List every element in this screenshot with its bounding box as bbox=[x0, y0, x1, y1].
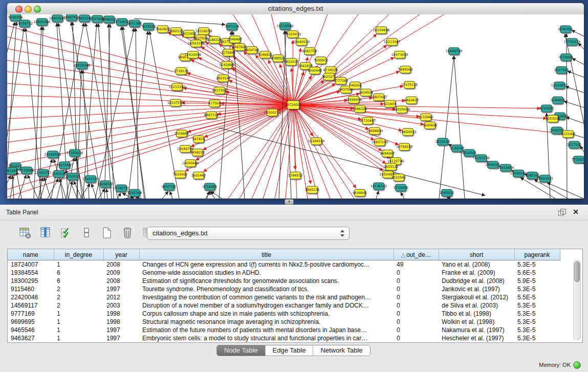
cell-short[interactable]: Jankovic et al. (1997) bbox=[439, 285, 514, 293]
graph-node[interactable]: 9024501 bbox=[462, 149, 476, 157]
graph-node[interactable]: 746266 bbox=[349, 82, 361, 89]
table-row[interactable]: 1872400712008Changes of HCN gene express… bbox=[8, 260, 560, 269]
graph-edge[interactable] bbox=[106, 189, 107, 199]
graph-edge[interactable] bbox=[48, 179, 58, 199]
cell-in_degree[interactable]: 1 bbox=[54, 318, 103, 326]
graph-node[interactable]: 1284512 bbox=[288, 172, 302, 179]
graph-node[interactable]: 7865135 bbox=[305, 186, 319, 193]
graph-node[interactable]: 9777169 bbox=[334, 77, 348, 84]
cell-in_degree[interactable]: 1 bbox=[54, 334, 103, 342]
graph-edge[interactable] bbox=[92, 184, 96, 199]
cell-in_degree[interactable]: 6 bbox=[54, 269, 103, 277]
cell-pagerank[interactable]: 5.3E-5 bbox=[514, 260, 560, 269]
cell-in_degree[interactable]: 1 bbox=[54, 326, 103, 334]
graph-edge[interactable] bbox=[293, 105, 313, 136]
cell-out_degree[interactable]: 0 bbox=[394, 285, 439, 293]
graph-edge[interactable] bbox=[7, 26, 293, 105]
graph-node[interactable]: 15720407 bbox=[359, 117, 376, 124]
graph-node[interactable]: 18107554 bbox=[167, 99, 184, 106]
graph-edge[interactable] bbox=[572, 30, 584, 36]
graph-edge[interactable] bbox=[124, 198, 134, 199]
graph-node[interactable]: 7957224 bbox=[225, 23, 239, 30]
table-settings-icon[interactable] bbox=[18, 226, 32, 239]
column-header-pagerank[interactable]: pagerank bbox=[514, 249, 560, 260]
graph-node[interactable]: 417004 bbox=[208, 100, 221, 107]
graph-node[interactable]: 391998 bbox=[7, 167, 17, 174]
graph-node[interactable]: 19218586 bbox=[277, 23, 294, 30]
cell-pagerank[interactable]: 5.3E-5 bbox=[514, 285, 560, 293]
cell-title[interactable]: Investigating the contribution of common… bbox=[139, 293, 394, 301]
cell-name[interactable]: 9465546 bbox=[8, 326, 54, 334]
cell-year[interactable]: 1998 bbox=[103, 310, 139, 318]
graph-node[interactable]: 7485063 bbox=[398, 66, 412, 73]
cell-out_degree[interactable]: 0 bbox=[394, 293, 439, 301]
graph-node[interactable]: 14136141 bbox=[371, 183, 387, 190]
cell-short[interactable]: Tibbo et al. (1998) bbox=[439, 310, 514, 318]
cell-in_degree[interactable]: 1 bbox=[54, 310, 103, 318]
cell-in_degree[interactable]: 6 bbox=[54, 277, 103, 285]
cell-title[interactable]: Estimation of the future numbers of pati… bbox=[139, 326, 394, 334]
graph-edge[interactable] bbox=[252, 105, 293, 199]
graph-edge[interactable] bbox=[123, 27, 144, 199]
cell-name[interactable]: 9115460 bbox=[8, 285, 54, 293]
graph-edge[interactable] bbox=[7, 83, 293, 105]
graph-node[interactable]: 9457791 bbox=[162, 183, 176, 190]
scrollbar-thumb[interactable] bbox=[574, 261, 580, 282]
cell-out_degree[interactable]: 0 bbox=[394, 269, 439, 277]
graph-node[interactable]: 19384554 bbox=[308, 138, 325, 145]
cell-name[interactable]: 9463627 bbox=[8, 334, 54, 342]
graph-node[interactable]: 1221063 bbox=[561, 130, 575, 138]
cell-title[interactable]: Tourette syndrome. Phenomenology and cla… bbox=[139, 285, 394, 293]
graph-node[interactable]: 1615132 bbox=[384, 163, 398, 170]
graph-node[interactable]: 9699695 bbox=[423, 122, 437, 129]
graph-node[interactable]: 7955812 bbox=[314, 57, 328, 64]
cell-title[interactable]: Estimation of significance thresholds fo… bbox=[139, 277, 394, 285]
table-row[interactable]: 969969511998Structural magnetic resonanc… bbox=[8, 318, 560, 326]
graph-edge[interactable] bbox=[566, 117, 584, 123]
graph-edge[interactable] bbox=[293, 105, 330, 199]
graph-edge[interactable] bbox=[572, 58, 584, 64]
graph-node[interactable]: 1832103 bbox=[435, 138, 450, 145]
cell-pagerank[interactable]: 5.3E-5 bbox=[514, 301, 560, 310]
cell-pagerank[interactable]: 5.3E-5 bbox=[514, 310, 560, 318]
graph-node[interactable]: 19958107 bbox=[97, 181, 114, 188]
cell-title[interactable]: Corpus callosum shape and size in male p… bbox=[139, 310, 394, 318]
graph-node[interactable]: 7663822 bbox=[156, 26, 170, 33]
close-panel-icon[interactable]: ✕ bbox=[573, 208, 579, 216]
cell-title[interactable]: Embryonic stem cells: a model to study s… bbox=[139, 334, 394, 342]
graph-node[interactable]: 3175685 bbox=[221, 49, 235, 56]
graph-node[interactable]: 17975125 bbox=[401, 81, 418, 89]
memory-status-icon[interactable] bbox=[573, 361, 581, 369]
graph-node[interactable]: 1053035 bbox=[546, 115, 560, 122]
graph-node[interactable]: 2718120 bbox=[174, 68, 188, 75]
graph-node[interactable]: 1546487 bbox=[228, 36, 242, 43]
graph-node[interactable]: 1017102 bbox=[567, 141, 581, 148]
graph-edge[interactable] bbox=[28, 175, 38, 199]
column-header-short[interactable]: short bbox=[439, 249, 514, 260]
table-row[interactable]: 1456911722003Disruption of a novel membe… bbox=[8, 301, 560, 310]
graph-node[interactable]: 1250513 bbox=[66, 173, 80, 180]
graph-edge[interactable] bbox=[44, 178, 51, 199]
graph-edge[interactable] bbox=[18, 175, 26, 199]
table-scrollbar[interactable] bbox=[573, 260, 581, 340]
table-row[interactable]: 911546021997Tourette syndrome. Phenomeno… bbox=[8, 285, 560, 293]
graph-node[interactable]: 1115685 bbox=[19, 167, 34, 174]
cell-name[interactable]: 18724007 bbox=[8, 260, 54, 269]
float-panel-icon[interactable] bbox=[558, 209, 565, 215]
column-header-in_degree[interactable]: in_degree bbox=[54, 249, 103, 260]
graph-edge[interactable] bbox=[7, 176, 11, 199]
cell-title[interactable]: Genome-wide association studies in ADHD. bbox=[139, 269, 394, 277]
graph-node[interactable]: 16648784 bbox=[446, 48, 463, 55]
graph-node[interactable]: 1916685 bbox=[175, 130, 189, 137]
graph-node[interactable]: 20515346 bbox=[74, 62, 91, 69]
graph-node[interactable]: 13325419 bbox=[285, 31, 301, 38]
cell-short[interactable]: Stergiakouli et al. (2012) bbox=[439, 293, 514, 301]
graph-edge[interactable] bbox=[16, 171, 21, 199]
graph-edge[interactable] bbox=[7, 105, 293, 119]
graph-node[interactable]: 9129946 bbox=[559, 54, 573, 61]
cell-pagerank[interactable]: 5.9E-5 bbox=[514, 277, 560, 285]
cell-in_degree[interactable]: 1 bbox=[54, 260, 103, 269]
graph-node[interactable]: 18640910 bbox=[293, 38, 310, 46]
graph-node[interactable]: 19654923 bbox=[400, 128, 417, 136]
graph-edge[interactable] bbox=[239, 105, 293, 199]
